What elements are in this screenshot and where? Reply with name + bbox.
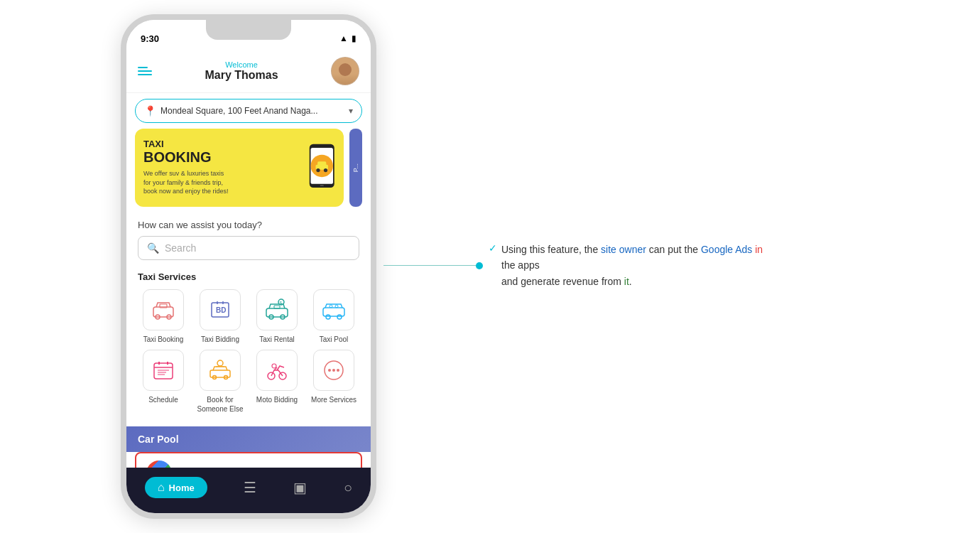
assist-section: How can we assist you today? 🔍 Search [126, 212, 371, 264]
search-bar[interactable]: 🔍 Search [138, 236, 359, 260]
schedule-icon [151, 357, 176, 383]
book-someone-label: Book forSomeone Else [197, 395, 243, 414]
menu-line-1 [138, 67, 148, 68]
admob-banner[interactable]: AdMob by Google [135, 452, 362, 468]
svg-point-36 [217, 360, 223, 366]
more-services-icon-box [313, 350, 354, 391]
schedule-icon-box [143, 350, 184, 391]
avatar-image [332, 58, 359, 85]
app-header: Welcome Mary Thomas [126, 51, 371, 93]
taxi-rental-label: Taxi Rental [259, 335, 294, 344]
carpool-label: Car Pool [138, 434, 179, 445]
menu-line-2 [138, 70, 152, 72]
moto-bidding-label: Moto Bidding [256, 395, 298, 404]
taxi-rental-icon-box: $ [256, 289, 298, 330]
profile-icon: ○ [344, 480, 352, 496]
svg-rect-7 [320, 185, 324, 186]
service-more[interactable]: More Services [308, 350, 359, 414]
notch [206, 20, 291, 40]
svg-point-5 [316, 168, 320, 172]
svg-point-39 [272, 364, 276, 368]
wallet-icon: ▣ [293, 479, 307, 496]
svg-point-6 [324, 168, 327, 172]
nav-profile-button[interactable]: ○ [344, 480, 352, 496]
services-section: Taxi Services T [126, 264, 371, 421]
taxi-pool-label: Taxi Pool [320, 335, 349, 344]
nav-orders-button[interactable]: ☰ [244, 479, 256, 496]
welcome-label: Welcome [152, 60, 331, 69]
bottom-navigation: ⌂ Home ☰ ▣ ○ [126, 468, 371, 513]
taxi-booking-label: Taxi Booking [143, 335, 184, 344]
taxi-pool-icon-box [313, 289, 354, 330]
location-text: Mondeal Square, 100 Feet Anand Naga... [160, 106, 344, 116]
assist-title: How can we assist you today? [138, 220, 359, 230]
book-someone-icon [207, 357, 233, 383]
service-moto-bidding[interactable]: Moto Bidding [251, 350, 303, 414]
moto-bidding-icon [264, 357, 290, 383]
location-bar[interactable]: 📍 Mondeal Square, 100 Feet Anand Naga...… [135, 99, 362, 123]
chevron-down-icon: ▾ [349, 106, 353, 116]
banner-main[interactable]: TAXI BOOKING We offer suv & luxuries tax… [135, 129, 344, 207]
banner-car-image [273, 139, 344, 196]
svg-point-41 [328, 369, 331, 372]
banner-container: TAXI BOOKING We offer suv & luxuries tax… [135, 129, 362, 207]
annotation-dot [476, 262, 483, 269]
taxi-booking-icon-box [143, 289, 184, 330]
service-taxi-rental[interactable]: $ Taxi Rental [251, 289, 303, 344]
more-services-label: More Services [311, 395, 356, 404]
svg-point-43 [337, 369, 339, 372]
service-book-someone[interactable]: Book forSomeone Else [195, 350, 246, 414]
svg-point-23 [337, 315, 342, 319]
svg-rect-26 [154, 363, 173, 379]
banner-side-panel: P... [349, 129, 362, 207]
annotation-text: Using this feature, the site owner can p… [501, 242, 773, 289]
search-placeholder: Search [165, 242, 196, 254]
taxi-bidding-icon: BD [207, 297, 233, 323]
avatar[interactable] [331, 57, 359, 85]
annotation: ✓ Using this feature, the site owner can… [383, 242, 773, 289]
phone-mockup: 9:30 ▲ ▮ Welcome Mary Thomas [121, 14, 376, 519]
service-taxi-pool[interactable]: Taxi Pool [308, 289, 359, 344]
status-bar: 9:30 ▲ ▮ [126, 20, 371, 51]
schedule-label: Schedule [148, 395, 178, 404]
taxi-bidding-label: Taxi Bidding [201, 335, 239, 344]
nav-wallet-button[interactable]: ▣ [293, 479, 307, 496]
taxi-rental-icon: $ [264, 297, 290, 323]
service-taxi-booking[interactable]: Taxi Booking [138, 289, 189, 344]
menu-line-3 [138, 74, 152, 75]
services-grid: Taxi Booking BD Taxi Bidding [138, 289, 359, 414]
more-services-icon [321, 357, 347, 383]
svg-point-22 [326, 315, 330, 319]
search-icon: 🔍 [147, 242, 159, 254]
menu-button[interactable] [138, 67, 152, 75]
taxi-bidding-icon-box: BD [200, 289, 241, 330]
carpool-section[interactable]: Car Pool [126, 426, 371, 452]
admob-google-logo [146, 461, 172, 468]
nav-home-label: Home [169, 483, 195, 493]
phone-content[interactable]: Welcome Mary Thomas 📍 Mondeal Square, 10… [126, 51, 371, 468]
wifi-icon: ▲ [339, 33, 348, 43]
services-title: Taxi Services [138, 271, 359, 282]
svg-point-42 [332, 369, 335, 372]
banner-description: We offer suv & luxuries taxisfor your fa… [143, 169, 243, 196]
user-info: Welcome Mary Thomas [152, 60, 331, 82]
status-time: 9:30 [141, 33, 159, 44]
moto-bidding-icon-box [256, 350, 298, 391]
battery-icon: ▮ [352, 33, 356, 43]
svg-rect-4 [317, 161, 326, 166]
annotation-line [383, 265, 476, 266]
service-taxi-bidding[interactable]: BD Taxi Bidding [195, 289, 246, 344]
check-circle-icon: ✓ [489, 242, 497, 254]
user-name: Mary Thomas [152, 69, 331, 82]
annotation-text-box: ✓ Using this feature, the site owner can… [489, 242, 773, 289]
svg-rect-21 [323, 308, 344, 316]
nav-home-button[interactable]: ⌂ Home [145, 477, 207, 498]
book-someone-icon-box [200, 350, 241, 391]
home-icon: ⌂ [158, 481, 165, 494]
location-pin-icon: 📍 [144, 105, 156, 117]
service-schedule[interactable]: Schedule [138, 350, 189, 414]
annotation-header: ✓ Using this feature, the site owner can… [489, 242, 773, 289]
taxi-booking-icon [151, 297, 176, 323]
svg-text:BD: BD [216, 306, 226, 314]
taxi-pool-icon [321, 297, 347, 323]
